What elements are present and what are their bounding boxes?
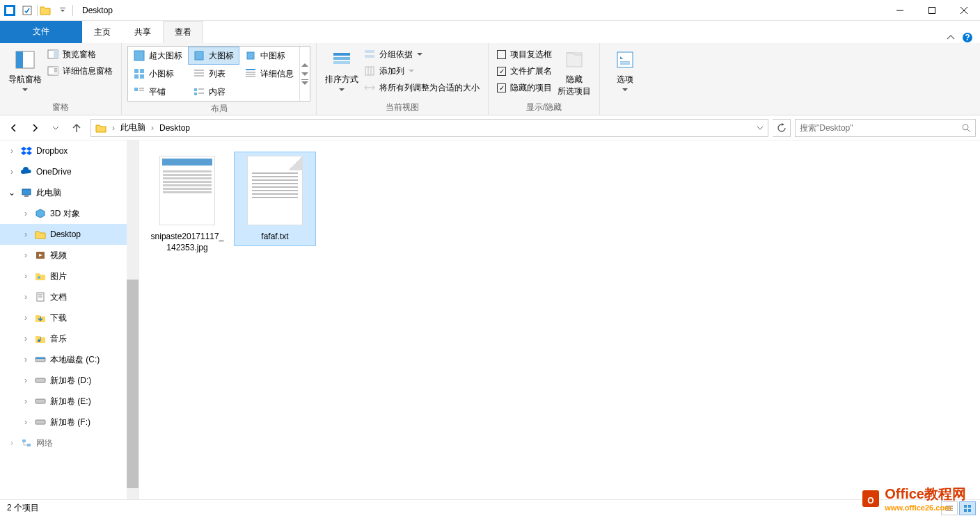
group-label-panes: 窗格 xyxy=(6,100,116,115)
tree-dropbox[interactable]: ›Dropbox xyxy=(0,140,139,161)
svg-rect-1 xyxy=(6,7,13,14)
titlebar-left: Desktop xyxy=(0,3,113,18)
tab-view[interactable]: 查看 xyxy=(163,21,203,43)
layout-details[interactable]: 详细信息 xyxy=(239,65,299,83)
tab-home[interactable]: 主页 xyxy=(82,21,122,43)
chevron-down-icon xyxy=(339,88,345,91)
hidden-items-toggle[interactable]: ✓隐藏的项目 xyxy=(494,79,555,96)
svg-rect-11 xyxy=(16,51,23,68)
address-seg-pc[interactable]: 此电脑 xyxy=(118,120,148,136)
chevron-right-icon[interactable]: › xyxy=(148,123,157,133)
search-box[interactable] xyxy=(795,119,976,137)
layout-scroll-down[interactable] xyxy=(300,70,310,78)
svg-rect-41 xyxy=(333,57,350,60)
tree-videos[interactable]: ›视频 xyxy=(0,245,139,266)
tree-disk-f[interactable]: ›新加卷 (F:) xyxy=(0,412,139,433)
nav-bar: › 此电脑 › Desktop xyxy=(0,115,980,140)
recent-locations-button[interactable] xyxy=(46,118,65,138)
file-item[interactable]: snipaste20171117_142353.jpg xyxy=(146,152,228,257)
titlebar: Desktop xyxy=(0,0,980,21)
item-checkboxes-toggle[interactable]: 项目复选框 xyxy=(494,46,555,63)
options-button[interactable]: 选项 xyxy=(606,46,645,94)
svg-text:?: ? xyxy=(965,33,970,42)
layout-extra-large[interactable]: 超大图标 xyxy=(128,47,188,65)
layout-medium[interactable]: 中图标 xyxy=(239,47,299,65)
layout-tiles[interactable]: 平铺 xyxy=(128,83,188,101)
sort-by-button[interactable]: 排序方式 xyxy=(322,46,361,94)
tree-onedrive[interactable]: ›OneDrive xyxy=(0,161,139,182)
tree-network[interactable]: ›网络 xyxy=(0,433,139,453)
svg-rect-5 xyxy=(929,7,935,13)
layout-expand[interactable] xyxy=(300,78,310,86)
help-icon[interactable]: ? xyxy=(962,32,973,43)
chevron-down-icon xyxy=(622,88,628,91)
svg-rect-43 xyxy=(365,50,374,53)
layout-scroll-up[interactable] xyxy=(300,61,310,70)
svg-rect-45 xyxy=(365,67,374,75)
tree-this-pc[interactable]: ⌄此电脑 xyxy=(0,182,139,203)
file-extensions-toggle[interactable]: ✓文件扩展名 xyxy=(494,63,555,79)
tree-pictures[interactable]: ›图片 xyxy=(0,266,139,287)
svg-rect-26 xyxy=(195,51,203,60)
qat-properties[interactable] xyxy=(19,3,35,18)
layout-small[interactable]: 小图标 xyxy=(128,65,188,83)
nav-pane-button[interactable]: 导航窗格 xyxy=(6,46,45,94)
layout-list[interactable]: 列表 xyxy=(188,65,239,83)
address-root-icon[interactable] xyxy=(93,120,109,136)
tree-downloads[interactable]: ›下载 xyxy=(0,307,139,328)
minimize-button[interactable] xyxy=(884,0,916,21)
back-button[interactable] xyxy=(4,118,24,138)
svg-point-58 xyxy=(38,276,40,279)
close-button[interactable] xyxy=(948,0,980,21)
svg-rect-69 xyxy=(22,440,26,442)
search-input[interactable] xyxy=(800,123,961,133)
search-icon xyxy=(961,123,971,133)
address-seg-desktop[interactable]: Desktop xyxy=(157,120,193,136)
svg-rect-55 xyxy=(22,189,31,195)
layout-large[interactable]: 大图标 xyxy=(188,47,239,65)
separator xyxy=(72,5,73,16)
details-pane-button[interactable]: 详细信息窗格 xyxy=(45,63,116,79)
separator xyxy=(37,5,38,16)
tree-scrollbar[interactable] xyxy=(127,140,139,499)
tree-disk-c[interactable]: ›本地磁盘 (C:) xyxy=(0,349,139,370)
status-bar: 2 个项目 xyxy=(0,499,980,516)
address-dropdown[interactable] xyxy=(754,124,766,131)
tree-disk-d[interactable]: ›新加卷 (D:) xyxy=(0,370,139,391)
window-controls xyxy=(884,0,980,21)
file-list[interactable]: snipaste20171117_142353.jpg fafaf.txt xyxy=(139,140,980,499)
tree-documents[interactable]: ›文档 xyxy=(0,287,139,307)
tree-disk-e[interactable]: ›新加卷 (E:) xyxy=(0,391,139,412)
address-bar[interactable]: › 此电脑 › Desktop xyxy=(90,119,768,137)
svg-rect-32 xyxy=(194,92,197,95)
preview-pane-button[interactable]: 预览窗格 xyxy=(45,46,116,63)
group-label-current-view: 当前视图 xyxy=(322,100,482,115)
tab-file[interactable]: 文件 xyxy=(0,21,82,43)
forward-button[interactable] xyxy=(25,118,45,138)
content-area: ›Dropbox ›OneDrive ⌄此电脑 ›3D 对象 ›Desktop … xyxy=(0,140,980,499)
svg-rect-39 xyxy=(301,79,308,80)
qat-dropdown[interactable] xyxy=(55,3,70,18)
file-item[interactable]: fafaf.txt xyxy=(234,152,316,246)
svg-rect-40 xyxy=(333,53,350,56)
tree-music[interactable]: ›音乐 xyxy=(0,328,139,349)
maximize-button[interactable] xyxy=(916,0,948,21)
layout-content[interactable]: 内容 xyxy=(188,83,239,101)
text-file-icon xyxy=(247,156,303,225)
svg-rect-23 xyxy=(134,88,138,91)
svg-rect-22 xyxy=(140,74,144,79)
details-view-toggle[interactable] xyxy=(941,501,958,515)
up-button[interactable] xyxy=(67,118,86,138)
collapse-ribbon-icon[interactable] xyxy=(947,33,955,42)
chevron-right-icon[interactable]: › xyxy=(109,123,118,133)
refresh-button[interactable] xyxy=(773,119,791,137)
group-by-button[interactable]: 分组依据 xyxy=(361,46,482,63)
tree-3d-objects[interactable]: ›3D 对象 xyxy=(0,203,139,224)
tree-desktop[interactable]: ›Desktop xyxy=(0,224,139,245)
svg-rect-21 xyxy=(134,74,139,79)
svg-line-54 xyxy=(967,129,970,132)
file-name: snipaste20171117_142353.jpg xyxy=(150,231,224,253)
svg-rect-3 xyxy=(60,8,65,8)
thumbnails-view-toggle[interactable] xyxy=(959,501,976,515)
tab-share[interactable]: 共享 xyxy=(122,21,163,43)
